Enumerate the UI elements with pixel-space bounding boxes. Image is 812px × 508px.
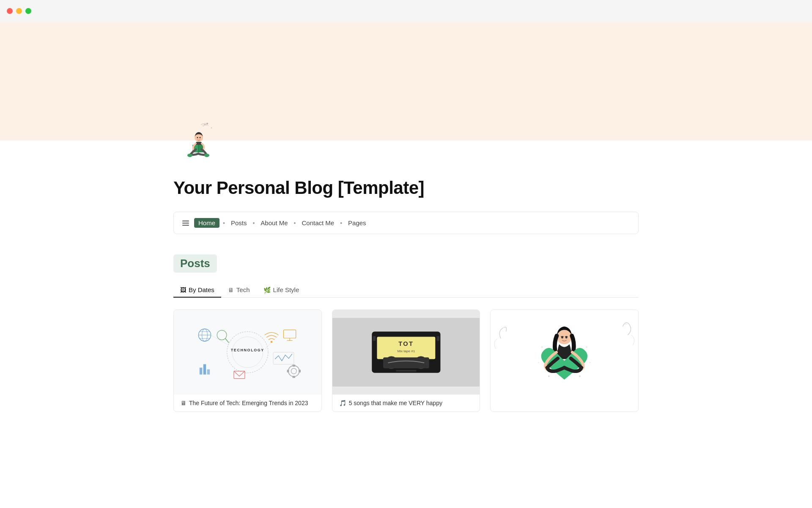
- svg-point-64: [548, 375, 550, 377]
- page-title: Your Personal Blog [Template]: [173, 178, 639, 198]
- svg-text:TECHNOLOGY: TECHNOLOGY: [231, 348, 264, 352]
- maximize-button[interactable]: [25, 8, 31, 14]
- svg-point-58: [625, 323, 627, 325]
- titlebar: [0, 0, 812, 22]
- svg-point-66: [538, 362, 539, 363]
- close-button[interactable]: [7, 8, 13, 14]
- card-tech-caption: 🖥 The Future of Tech: Emerging Trends in…: [174, 395, 321, 411]
- svg-text:TOT: TOT: [398, 340, 414, 347]
- logo-area: [173, 115, 639, 168]
- card-music-icon: 🎵: [339, 400, 346, 406]
- svg-point-67: [590, 362, 591, 363]
- tab-tech-label: Tech: [236, 286, 250, 293]
- svg-rect-43: [377, 337, 435, 359]
- svg-point-1: [211, 127, 212, 129]
- posts-heading: Posts: [173, 254, 217, 273]
- svg-point-11: [200, 137, 201, 138]
- svg-point-57: [503, 327, 505, 328]
- nav-bar: Home • Posts • About Me • Contact Me • P…: [173, 212, 639, 234]
- svg-point-60: [561, 337, 563, 339]
- nav-link-home[interactable]: Home: [194, 218, 219, 228]
- svg-point-9: [204, 154, 209, 157]
- nav-link-contact[interactable]: Contact Me: [299, 218, 337, 227]
- svg-rect-55: [396, 370, 417, 371]
- svg-rect-32: [299, 370, 301, 372]
- svg-rect-53: [373, 336, 375, 341]
- svg-rect-54: [436, 336, 439, 341]
- svg-rect-26: [207, 370, 210, 375]
- card-heart[interactable]: [490, 309, 639, 412]
- svg-rect-24: [200, 367, 202, 374]
- tab-lifestyle[interactable]: 🌿 Life Style: [257, 283, 306, 298]
- svg-rect-31: [287, 370, 289, 372]
- svg-point-8: [187, 154, 192, 157]
- tab-tech[interactable]: 🖥 Tech: [221, 283, 257, 298]
- svg-point-61: [565, 337, 568, 339]
- minimize-button[interactable]: [16, 8, 22, 14]
- card-tech-image: TECHNOLOGY: [174, 310, 321, 395]
- posts-section: Posts 🖼 By Dates 🖥 Tech 🌿 Life Style: [173, 254, 639, 412]
- svg-text:Mix tape #1: Mix tape #1: [397, 349, 415, 353]
- svg-rect-30: [293, 376, 295, 378]
- cards-grid: TECHNOLOGY: [173, 309, 639, 412]
- svg-point-63: [586, 346, 588, 348]
- posts-tabs: 🖼 By Dates 🖥 Tech 🌿 Life Style: [173, 283, 639, 298]
- card-tech-title: The Future of Tech: Emerging Trends in 2…: [189, 400, 308, 406]
- nav-links: Home • Posts • About Me • Contact Me • P…: [194, 218, 369, 228]
- svg-rect-29: [293, 364, 295, 367]
- nav-link-posts[interactable]: Posts: [228, 218, 250, 227]
- card-music[interactable]: TOT Mix tape #1: [332, 309, 480, 412]
- monitor-icon: 🖥: [228, 287, 234, 293]
- svg-rect-52: [383, 357, 429, 368]
- nav-link-pages[interactable]: Pages: [346, 218, 369, 227]
- svg-point-10: [197, 137, 198, 138]
- blog-illustration: [173, 115, 224, 166]
- svg-rect-25: [203, 364, 206, 374]
- card-music-title: 5 songs that make me VERY happy: [349, 400, 442, 406]
- svg-rect-12: [174, 318, 321, 387]
- card-tech[interactable]: TECHNOLOGY: [173, 309, 322, 412]
- tab-lifestyle-label: Life Style: [273, 286, 299, 293]
- svg-point-62: [541, 346, 543, 348]
- nav-link-about[interactable]: About Me: [258, 218, 290, 227]
- tab-by-dates-label: By Dates: [189, 286, 214, 293]
- nav-menu-icon[interactable]: [182, 221, 189, 226]
- svg-point-65: [579, 375, 581, 377]
- card-heart-image: [491, 310, 638, 395]
- card-music-image: TOT Mix tape #1: [332, 310, 480, 395]
- card-tech-icon: 🖥: [181, 400, 187, 406]
- leaf-icon: 🌿: [263, 287, 271, 293]
- calendar-icon: 🖼: [180, 287, 186, 293]
- card-heart-caption: [491, 395, 638, 405]
- svg-point-36: [271, 341, 273, 343]
- card-music-caption: 🎵 5 songs that make me VERY happy: [332, 395, 480, 411]
- tab-by-dates[interactable]: 🖼 By Dates: [173, 283, 221, 298]
- page-content: Your Personal Blog [Template] Home • Pos…: [131, 115, 681, 412]
